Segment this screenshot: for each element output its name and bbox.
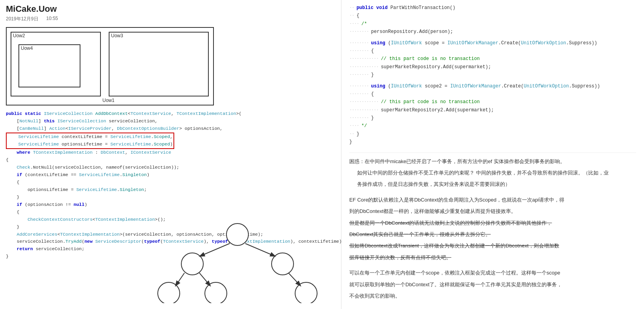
time-label: 10:55 [46, 16, 58, 22]
code-line-11: optionsLifetime = ServiceLifetime.Single… [6, 186, 335, 194]
right-code-line-17: } [349, 138, 636, 146]
right-code-line-9: ········ } [349, 71, 636, 79]
uow2-box: Uow2 Uow4 [11, 32, 101, 96]
left-panel: MiCake.Uow 2019年12月9日 10:55 Uow2 Uow4 Uo… [0, 0, 341, 309]
code-line-12: } [6, 194, 335, 201]
right-code-line-11: ········ { [349, 90, 636, 98]
para-efcore-4: DbContext其实自己就是一个工作单元，很难从外界去拆分它。 [349, 230, 636, 239]
code-line-14: if (optionsAction != null) [6, 201, 335, 209]
code-line-7: Check.NotNull(serviceCollection, nameof(… [6, 164, 335, 171]
right-code-line-14: ········ } [349, 114, 636, 122]
right-code-line-16: ·· } [349, 130, 636, 138]
right-code-line-6: ········ { [349, 47, 636, 55]
code-panel: ·· public void PartWithNoTransaction() ·… [349, 4, 636, 146]
svg-point-0 [226, 224, 248, 245]
code-line-15: { [6, 209, 335, 216]
svg-point-3 [158, 282, 180, 303]
para-efcore-3: 但是都是同一个DbContext的话就无法做到上文说的控制部分操作失败而不影响其… [349, 218, 636, 227]
uow-diagram: Uow2 Uow4 Uow3 Uow1 [6, 27, 214, 105]
para-confusion-2: 如何让中间的部分仓储操作不受工作单元的约束呢？ 中间的操作失败，并不会导致所有的… [349, 168, 636, 177]
code-line-3: [CanBeNull] Action<IServiceProvider, DbC… [6, 125, 335, 133]
code-line-10: { [6, 179, 335, 186]
code-line-6: { [6, 156, 335, 164]
uow3-label: Uow3 [109, 32, 125, 39]
app-title: MiCake.Uow [6, 4, 335, 14]
datetime-row: 2019年12月9日 10:55 [6, 16, 335, 22]
code-line-highlighted: ServiceLifetime contextLifetime = Servic… [6, 133, 335, 149]
para-efcore-2: 到的DbContext都是一样的，这样做能够减少重复创建从而提升链接效率。 [349, 207, 636, 216]
right-panel: ·· public void PartWithNoTransaction() ·… [341, 0, 644, 309]
right-code-line-3: ···· /* [349, 20, 636, 28]
para-confusion-3: 务操作成功，但是日志操作失败，其实对业务来说是不需要回滚的） [349, 180, 636, 189]
right-code-line-13: ············ superMarketRepository2.Add(… [349, 106, 636, 114]
text-section: 困惑：在中间件中micake已经开启了一个事务，所有方法中的ef 实体操作都会受… [349, 157, 636, 301]
right-code-line-1: ·· public void PartWithNoTransaction() [349, 4, 636, 12]
tree-diagram-container [153, 221, 322, 303]
uow2-label: Uow2 [11, 32, 27, 39]
code-line-9: if (contextLifetime == ServiceLifetime.S… [6, 171, 335, 179]
code-line-1: public static IServiceCollection AddDbCo… [6, 110, 335, 118]
svg-point-2 [272, 253, 294, 275]
right-code-line-4: ········ personRepository.Add(person); [349, 28, 636, 36]
divider [349, 153, 636, 153]
right-code-line-7: ············ // this part code is no tra… [349, 55, 636, 63]
right-code-line-10: ········ using (IUnitOfWork scope2 = IUn… [349, 82, 636, 90]
right-code-spacer1 [349, 36, 636, 39]
para-confusion-1: 困惑：在中间件中micake已经开启了一个事务，所有方法中的ef 实体操作都会受… [349, 157, 636, 166]
right-code-line-2: ·· { [349, 12, 636, 20]
para-solution-1: 可以在每一个工作单元内创建一个scope，依赖注入框架会完成这一个过程。这样每一… [349, 268, 636, 277]
tree-svg [153, 221, 322, 303]
right-code-line-12: ············ // this part code is no tra… [349, 98, 636, 106]
right-code-line-8: ············ superMarketRepository.Add(s… [349, 63, 636, 71]
uow1-label: Uow1 [101, 97, 116, 104]
svg-point-4 [205, 282, 227, 303]
para-solution-2: 就可以获取到单独的一个DbContext了。这样就能保证每一个工作单元其实是用的… [349, 280, 636, 289]
para-solution-3: 不会收到其它的影响。 [349, 291, 636, 300]
uow4-box: Uow4 [18, 44, 80, 87]
uow4-label: Uow4 [19, 45, 35, 52]
para-efcore-6: 据库链接开关的次数，反而有点得不偿失吧。 [349, 253, 636, 262]
para-efcore-5: 假如将Dbcontext改成Transient，这样做会为每次注入都创建一个新的… [349, 241, 636, 250]
code-line-2: [NotNull] this IServiceCollection servic… [6, 118, 335, 125]
svg-point-5 [295, 282, 317, 303]
svg-line-9 [199, 273, 210, 285]
code-line-5: where TContextImplementation : DbContext… [6, 149, 335, 156]
main-container: MiCake.Uow 2019年12月9日 10:55 Uow2 Uow4 Uo… [0, 0, 644, 309]
uow3-box: Uow3 [109, 32, 209, 96]
para-efcore-1: EF Core的默认依赖注入是将DbContext的生命周期注入为Scoped，… [349, 195, 636, 204]
date-label: 2019年12月9日 [6, 16, 38, 22]
svg-line-7 [245, 244, 275, 256]
svg-line-10 [288, 273, 300, 285]
svg-line-8 [176, 273, 184, 285]
right-code-spacer2 [349, 79, 636, 82]
svg-line-6 [200, 244, 230, 256]
right-code-line-5: ········ using (IUnitOfWork scope = IUni… [349, 39, 636, 47]
svg-point-1 [181, 253, 203, 275]
right-code-line-15: ···· */ [349, 122, 636, 130]
